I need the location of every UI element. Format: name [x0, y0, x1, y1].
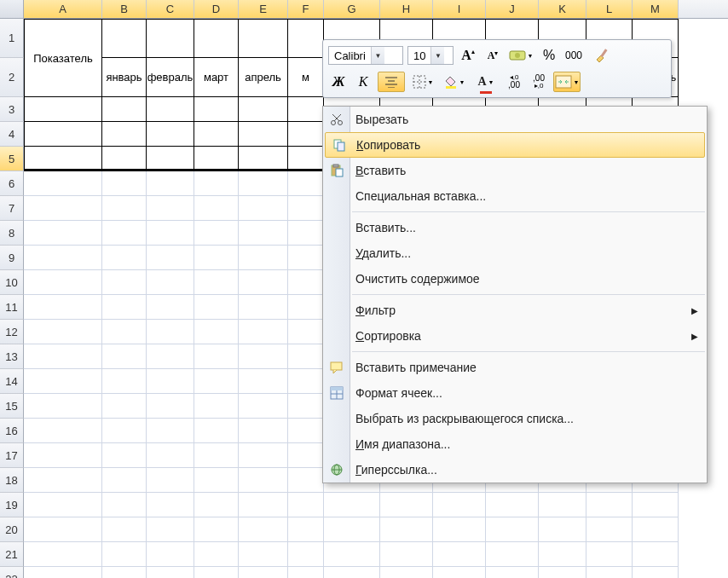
cell[interactable] [102, 542, 147, 567]
cell[interactable] [24, 320, 102, 344]
row-head[interactable]: 6 [0, 171, 24, 196]
cell[interactable] [147, 295, 194, 320]
col-head-f[interactable]: F [288, 0, 324, 18]
cell[interactable] [147, 468, 194, 493]
cell[interactable] [633, 493, 679, 517]
cell[interactable] [194, 246, 239, 270]
cell[interactable] [433, 493, 486, 517]
cell[interactable] [433, 517, 486, 542]
cell[interactable] [102, 171, 147, 196]
cell-month-header[interactable]: апрель [239, 58, 288, 97]
percent-button[interactable]: % [539, 45, 559, 66]
cell[interactable] [102, 122, 147, 147]
row-head[interactable]: 11 [0, 295, 24, 320]
cell[interactable] [633, 542, 679, 567]
cell[interactable] [288, 295, 324, 320]
cell[interactable] [239, 567, 288, 578]
ctx-paste[interactable]: Вставить [323, 158, 707, 183]
cell[interactable] [24, 97, 102, 122]
row-head[interactable]: 17 [0, 443, 24, 468]
cell[interactable] [194, 19, 239, 58]
cell[interactable] [288, 567, 324, 578]
cell[interactable] [102, 493, 147, 517]
cell[interactable] [324, 542, 380, 567]
chevron-down-icon[interactable]: ▼ [430, 47, 444, 64]
col-head-c[interactable]: C [147, 0, 194, 18]
shrink-font-button[interactable]: A▾ [482, 45, 503, 66]
cell[interactable] [194, 344, 239, 369]
cell[interactable] [239, 419, 288, 443]
row-head[interactable]: 9 [0, 246, 24, 270]
cell[interactable] [194, 567, 239, 578]
ctx-delete[interactable]: Удалить... [323, 240, 707, 266]
cell[interactable] [239, 295, 288, 320]
accounting-format-button[interactable]: ▼ [507, 45, 534, 66]
cell[interactable] [239, 171, 288, 196]
cell[interactable] [288, 369, 324, 394]
row-head[interactable]: 2 [0, 58, 24, 97]
cell[interactable] [102, 567, 147, 578]
cell[interactable] [633, 517, 679, 542]
select-all-corner[interactable] [0, 0, 24, 19]
cell[interactable] [288, 320, 324, 344]
cell[interactable] [239, 196, 288, 221]
col-head-i[interactable]: I [433, 0, 486, 18]
cell[interactable] [102, 246, 147, 270]
col-head-e[interactable]: E [239, 0, 288, 18]
cell[interactable] [102, 320, 147, 344]
cell[interactable] [288, 196, 324, 221]
cell[interactable] [147, 419, 194, 443]
cell[interactable] [102, 97, 147, 122]
cell[interactable] [288, 394, 324, 419]
cell[interactable] [239, 122, 288, 147]
cell-month-header[interactable]: м [288, 58, 324, 97]
cell[interactable] [539, 542, 586, 567]
cell[interactable] [147, 196, 194, 221]
cell[interactable] [24, 369, 102, 394]
cell[interactable] [24, 344, 102, 369]
ctx-format-cells[interactable]: Формат ячеек... [323, 380, 707, 406]
cell[interactable] [380, 567, 433, 578]
cell[interactable] [194, 419, 239, 443]
cell[interactable] [288, 443, 324, 468]
cell[interactable] [539, 517, 586, 542]
cell[interactable] [433, 567, 486, 578]
cell[interactable] [539, 567, 586, 578]
cell[interactable] [288, 19, 324, 58]
cell[interactable] [288, 493, 324, 517]
cell[interactable] [102, 394, 147, 419]
cell[interactable] [24, 443, 102, 468]
cell[interactable] [194, 171, 239, 196]
cell[interactable] [239, 468, 288, 493]
cell[interactable] [102, 19, 147, 58]
cell[interactable] [194, 394, 239, 419]
cell[interactable] [194, 517, 239, 542]
cell-indicator-header[interactable]: Показатель [24, 19, 102, 97]
row-head[interactable]: 20 [0, 517, 24, 542]
col-head-l[interactable]: L [586, 0, 633, 18]
cell[interactable] [24, 468, 102, 493]
cell[interactable] [24, 419, 102, 443]
cell[interactable] [380, 493, 433, 517]
cell[interactable] [147, 246, 194, 270]
cell[interactable] [194, 196, 239, 221]
col-head-d[interactable]: D [194, 0, 239, 18]
cell[interactable] [288, 419, 324, 443]
cell[interactable] [147, 19, 194, 58]
cell[interactable] [24, 295, 102, 320]
cell[interactable] [102, 517, 147, 542]
italic-button[interactable]: К [353, 72, 373, 92]
font-color-button[interactable]: A ▼ [472, 72, 500, 92]
cell[interactable] [194, 542, 239, 567]
format-painter-button[interactable] [588, 45, 615, 66]
cell[interactable] [486, 517, 539, 542]
row-head[interactable]: 4 [0, 122, 24, 147]
cell[interactable] [24, 270, 102, 295]
cell-month-header[interactable]: март [194, 58, 239, 97]
cell[interactable] [288, 246, 324, 270]
cell[interactable] [239, 97, 288, 122]
cell[interactable] [24, 517, 102, 542]
cell[interactable] [24, 221, 102, 246]
cell[interactable] [24, 171, 102, 196]
grow-font-button[interactable]: A▴ [458, 45, 478, 66]
